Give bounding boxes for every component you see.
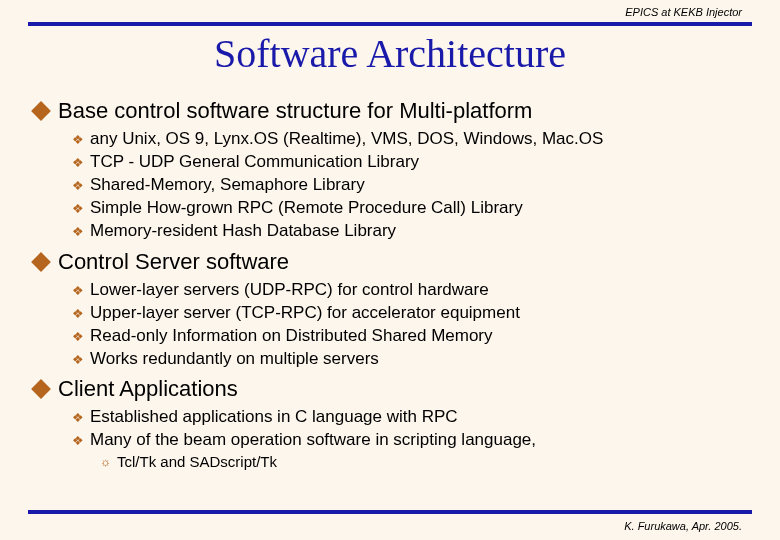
header-text: EPICS at KEKB Injector — [625, 6, 742, 18]
sub-list: ❖Established applications in C language … — [72, 406, 750, 472]
section-head: Control Server software — [34, 249, 750, 275]
item-text: Upper-layer server (TCP-RPC) for acceler… — [90, 302, 520, 325]
item-text: Simple How-grown RPC (Remote Procedure C… — [90, 197, 523, 220]
section-title: Control Server software — [58, 249, 289, 275]
subsub-list: ☼Tcl/Tk and SADscript/Tk — [100, 452, 750, 472]
section-head: Client Applications — [34, 376, 750, 402]
sub-list: ❖any Unix, OS 9, Lynx.OS (Realtime), VMS… — [72, 128, 750, 243]
item-text: Read-only Information on Distributed Sha… — [90, 325, 493, 348]
subsub-item: ☼Tcl/Tk and SADscript/Tk — [100, 452, 750, 472]
section-head: Base control software structure for Mult… — [34, 98, 750, 124]
diamond-icon — [31, 252, 51, 272]
heart-icon: ❖ — [72, 223, 84, 241]
item-text: any Unix, OS 9, Lynx.OS (Realtime), VMS,… — [90, 128, 603, 151]
item-text: Established applications in C language w… — [90, 406, 458, 429]
heart-icon: ❖ — [72, 154, 84, 172]
list-item: ❖Lower-layer servers (UDP-RPC) for contr… — [72, 279, 750, 302]
sun-icon: ☼ — [100, 454, 111, 470]
section-title: Base control software structure for Mult… — [58, 98, 532, 124]
list-item: ❖Simple How-grown RPC (Remote Procedure … — [72, 197, 750, 220]
bottom-rule — [28, 510, 752, 514]
heart-icon: ❖ — [72, 282, 84, 300]
heart-icon: ❖ — [72, 177, 84, 195]
heart-icon: ❖ — [72, 200, 84, 218]
list-item: ❖Many of the beam operation software in … — [72, 429, 750, 452]
list-item: ❖any Unix, OS 9, Lynx.OS (Realtime), VMS… — [72, 128, 750, 151]
list-item: ❖Established applications in C language … — [72, 406, 750, 429]
sub-list: ❖Lower-layer servers (UDP-RPC) for contr… — [72, 279, 750, 371]
diamond-icon — [31, 380, 51, 400]
item-text: Shared-Memory, Semaphore Library — [90, 174, 365, 197]
subsub-text: Tcl/Tk and SADscript/Tk — [117, 452, 277, 472]
footer-text: K. Furukawa, Apr. 2005. — [624, 520, 742, 532]
section-1: Control Server software ❖Lower-layer ser… — [34, 249, 750, 371]
heart-icon: ❖ — [72, 351, 84, 369]
heart-icon: ❖ — [72, 305, 84, 323]
item-text: Many of the beam operation software in s… — [90, 429, 536, 452]
slide-title: Software Architecture — [0, 30, 780, 77]
heart-icon: ❖ — [72, 409, 84, 427]
list-item: ❖TCP - UDP General Communication Library — [72, 151, 750, 174]
item-text: TCP - UDP General Communication Library — [90, 151, 419, 174]
item-text: Memory-resident Hash Database Library — [90, 220, 396, 243]
top-rule — [28, 22, 752, 26]
heart-icon: ❖ — [72, 131, 84, 149]
list-item: ❖Read-only Information on Distributed Sh… — [72, 325, 750, 348]
list-item: ❖Shared-Memory, Semaphore Library — [72, 174, 750, 197]
list-item: ❖Works redundantly on multiple servers — [72, 348, 750, 371]
content-area: Base control software structure for Mult… — [34, 98, 750, 479]
heart-icon: ❖ — [72, 432, 84, 450]
section-title: Client Applications — [58, 376, 238, 402]
list-item: ❖Upper-layer server (TCP-RPC) for accele… — [72, 302, 750, 325]
item-text: Works redundantly on multiple servers — [90, 348, 379, 371]
item-text: Lower-layer servers (UDP-RPC) for contro… — [90, 279, 489, 302]
diamond-icon — [31, 101, 51, 121]
section-0: Base control software structure for Mult… — [34, 98, 750, 243]
list-item: ❖Memory-resident Hash Database Library — [72, 220, 750, 243]
heart-icon: ❖ — [72, 328, 84, 346]
section-2: Client Applications ❖Established applica… — [34, 376, 750, 472]
